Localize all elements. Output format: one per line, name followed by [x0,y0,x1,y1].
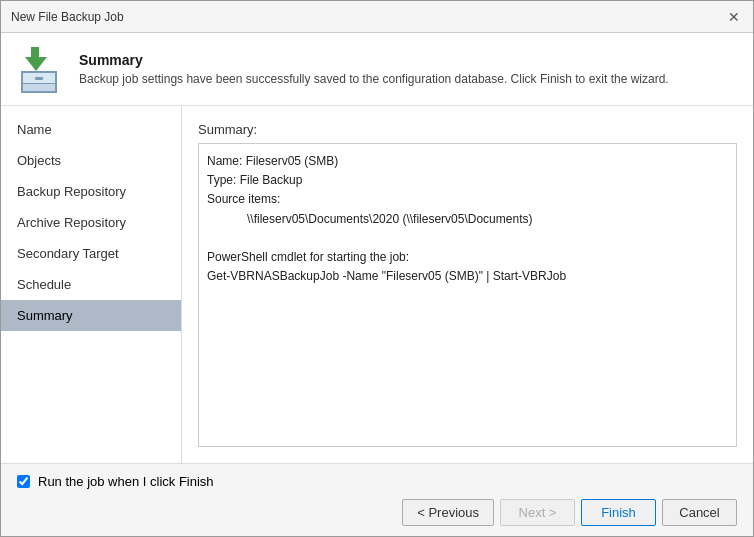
finish-button[interactable]: Finish [581,499,656,526]
run-job-label[interactable]: Run the job when I click Finish [38,474,214,489]
content-area: Name Objects Backup Repository Archive R… [1,106,753,463]
summary-line-2: Type: File Backup [207,171,728,190]
sidebar: Name Objects Backup Repository Archive R… [1,106,182,463]
title-bar: New File Backup Job ✕ [1,1,753,33]
summary-line-4: \\fileserv05\Documents\2020 (\\fileserv0… [247,210,728,229]
footer-area: Run the job when I click Finish < Previo… [1,463,753,536]
run-job-checkbox[interactable] [17,475,30,488]
sidebar-item-secondary-target[interactable]: Secondary Target [1,238,181,269]
backup-icon [17,45,65,93]
sidebar-item-backup-repository[interactable]: Backup Repository [1,176,181,207]
header-text: Summary Backup job settings have been su… [79,52,669,86]
sidebar-item-archive-repository[interactable]: Archive Repository [1,207,181,238]
window-title: New File Backup Job [11,10,124,24]
header-description: Backup job settings have been successful… [79,72,669,86]
previous-button[interactable]: < Previous [402,499,494,526]
sidebar-item-name[interactable]: Name [1,114,181,145]
summary-line-6: PowerShell cmdlet for starting the job: [207,248,728,267]
sidebar-item-summary[interactable]: Summary [1,300,181,331]
header-title: Summary [79,52,669,68]
checkbox-row: Run the job when I click Finish [17,474,737,489]
sidebar-item-schedule[interactable]: Schedule [1,269,181,300]
cabinet-body [21,71,57,93]
summary-line-3: Source items: [207,190,728,209]
header-section: Summary Backup job settings have been su… [1,33,753,106]
cabinet-handle [35,77,43,80]
summary-line-5 [207,229,728,248]
arrow-head [25,57,47,71]
summary-line-7: Get-VBRNASBackupJob -Name "Fileserv05 (S… [207,267,728,286]
main-window: New File Backup Job ✕ Summary Backup job… [0,0,754,537]
next-button[interactable]: Next > [500,499,575,526]
main-panel: Summary: Name: Fileserv05 (SMB) Type: Fi… [182,106,753,463]
buttons-row: < Previous Next > Finish Cancel [17,499,737,526]
summary-text-box[interactable]: Name: Fileserv05 (SMB) Type: File Backup… [198,143,737,447]
summary-section-label: Summary: [198,122,737,137]
summary-line-1: Name: Fileserv05 (SMB) [207,152,728,171]
close-button[interactable]: ✕ [725,8,743,26]
sidebar-item-objects[interactable]: Objects [1,145,181,176]
cancel-button[interactable]: Cancel [662,499,737,526]
